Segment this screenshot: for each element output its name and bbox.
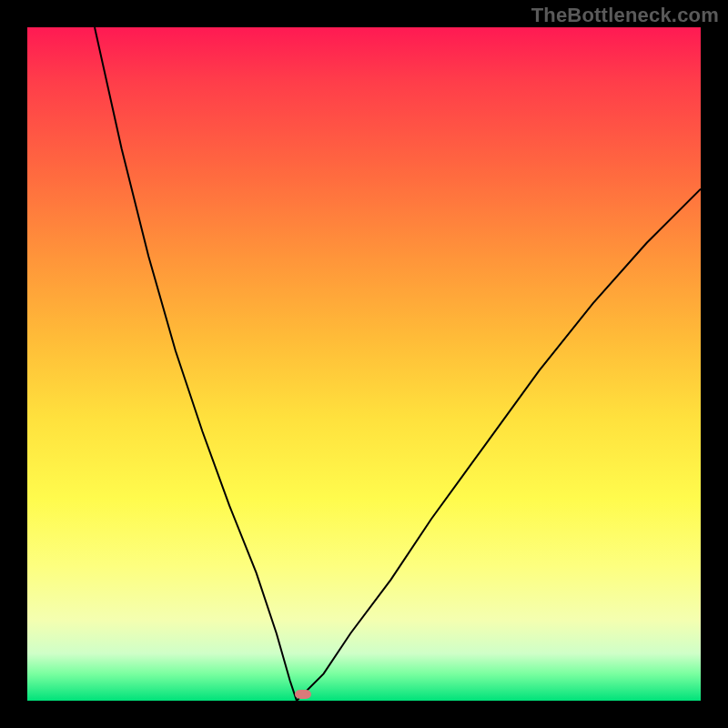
watermark-text: TheBottleneck.com	[531, 4, 719, 27]
plot-area	[27, 27, 701, 701]
minimum-marker	[295, 690, 311, 699]
chart-frame: TheBottleneck.com	[0, 0, 728, 728]
gradient-background	[27, 27, 701, 701]
